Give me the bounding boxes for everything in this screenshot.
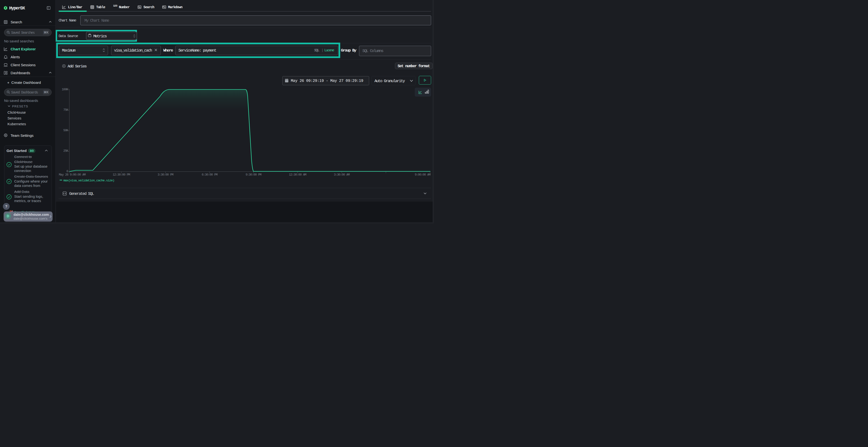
svg-text:3:30:00 PM: 3:30:00 PM: [157, 173, 173, 176]
svg-text:75K: 75K: [63, 108, 68, 112]
svg-text:6:30:00 PM: 6:30:00 PM: [202, 173, 217, 176]
svg-text:12:30:00 PM: 12:30:00 PM: [113, 173, 130, 176]
svg-text:9:30:00 PM: 9:30:00 PM: [245, 173, 261, 176]
svg-text:May 26 9:00:00 AM: May 26 9:00:00 AM: [59, 173, 86, 176]
svg-text:0: 0: [66, 170, 68, 173]
svg-text:9:00:00 AM: 9:00:00 AM: [415, 173, 431, 176]
svg-text:max(visa_validation_cache.size: max(visa_validation_cache.size): [63, 179, 114, 182]
svg-text:12:30:00 AM: 12:30:00 AM: [289, 173, 306, 176]
svg-text:25K: 25K: [63, 149, 68, 153]
svg-text:100K: 100K: [62, 88, 68, 91]
svg-text:3:30:00 AM: 3:30:00 AM: [334, 173, 350, 176]
svg-text:50K: 50K: [63, 129, 68, 132]
